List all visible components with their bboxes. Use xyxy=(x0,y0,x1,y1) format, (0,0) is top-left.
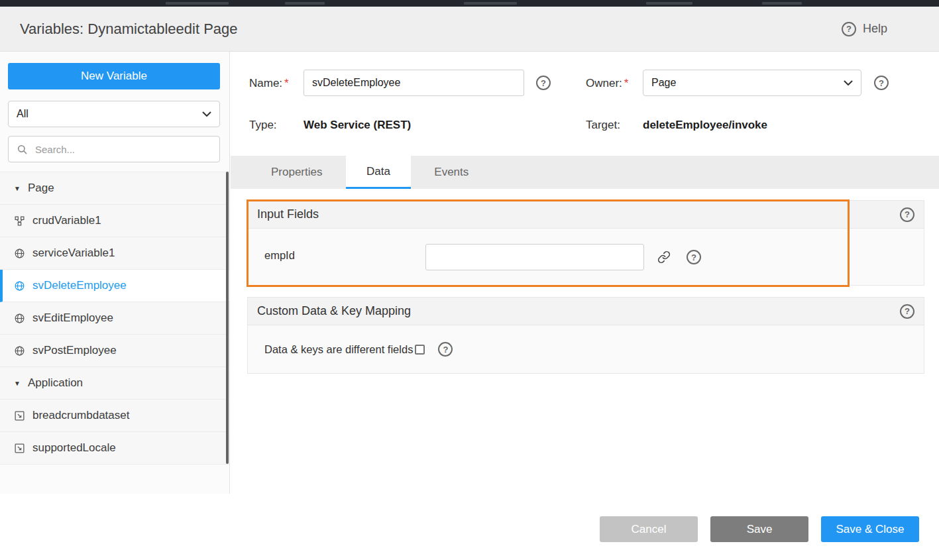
different-fields-label: Data & keys are different fields xyxy=(264,343,413,356)
help-button[interactable]: ? Help xyxy=(842,7,887,51)
page-title: Variables: Dynamictableedit Page xyxy=(20,7,238,51)
custom-mapping-header: Custom Data & Key Mapping ? xyxy=(248,298,924,325)
sidebar-group-label: Page xyxy=(28,182,54,195)
collapse-caret-icon: ▼ xyxy=(14,185,21,192)
empid-input[interactable] xyxy=(425,244,644,270)
help-icon: ? xyxy=(842,22,856,36)
sidebar-group-page[interactable]: ▼ Page xyxy=(0,172,229,205)
dataset-variable-icon xyxy=(14,410,25,421)
input-fields-header: Input Fields ? xyxy=(248,201,924,229)
search-icon xyxy=(17,144,28,155)
tab-bar: Properties Data Events xyxy=(231,156,939,189)
chevron-down-icon xyxy=(844,80,853,85)
new-variable-button[interactable]: New Variable xyxy=(8,63,220,89)
variables-sidebar: New Variable All ▼ Page crudVariable1 xyxy=(0,52,230,494)
empid-label: empId xyxy=(264,249,295,262)
sidebar-item-label: crudVariable1 xyxy=(32,214,101,227)
dataset-variable-icon xyxy=(14,443,25,454)
sidebar-item-sveditemployee[interactable]: svEditEmployee xyxy=(0,302,229,335)
sidebar-item-label: svPostEmployee xyxy=(32,344,117,357)
custom-mapping-section: Custom Data & Key Mapping ? Data & keys … xyxy=(247,297,924,374)
name-label-text: Name: xyxy=(249,77,282,89)
bind-link-icon[interactable] xyxy=(657,251,671,264)
type-value: Web Service (REST) xyxy=(304,119,411,132)
sidebar-item-servicevariable1[interactable]: serviceVariable1 xyxy=(0,237,229,270)
help-label: Help xyxy=(863,22,887,36)
target-value: deleteEmployee/invoke xyxy=(643,119,767,132)
sidebar-scrollbar[interactable] xyxy=(226,172,229,464)
owner-select-value: Page xyxy=(651,77,676,89)
sidebar-item-svdeleteemployee[interactable]: svDeleteEmployee xyxy=(0,270,229,302)
name-input[interactable] xyxy=(304,70,524,96)
name-help-icon[interactable]: ? xyxy=(536,76,551,90)
sidebar-item-crudvariable1[interactable]: crudVariable1 xyxy=(0,205,229,237)
search-input[interactable] xyxy=(34,143,211,156)
custom-mapping-title: Custom Data & Key Mapping xyxy=(257,304,411,318)
input-fields-help-icon[interactable]: ? xyxy=(900,207,914,222)
input-fields-title: Input Fields xyxy=(257,207,319,221)
type-label: Type: xyxy=(249,119,277,132)
save-and-close-button[interactable]: Save & Close xyxy=(821,516,919,542)
data-tab-content: Input Fields ? empId ? Custom Data & Key… xyxy=(231,189,939,560)
owner-help-icon[interactable]: ? xyxy=(874,76,889,90)
different-fields-help-icon[interactable]: ? xyxy=(438,342,453,357)
owner-label: Owner:* xyxy=(586,77,628,90)
save-button[interactable]: Save xyxy=(710,516,808,542)
dialog-footer: Cancel Save Save & Close xyxy=(600,516,919,542)
owner-select[interactable]: Page xyxy=(643,70,861,96)
cancel-button[interactable]: Cancel xyxy=(600,516,698,542)
service-variable-icon xyxy=(14,313,25,324)
tab-properties[interactable]: Properties xyxy=(250,156,343,189)
service-variable-icon xyxy=(14,248,25,259)
tab-events[interactable]: Events xyxy=(414,156,489,189)
sidebar-item-label: svDeleteEmployee xyxy=(32,279,127,292)
tab-data[interactable]: Data xyxy=(346,156,411,189)
dialog-header: Variables: Dynamictableedit Page ? Help xyxy=(0,7,939,52)
different-fields-checkbox[interactable] xyxy=(415,345,425,355)
sidebar-item-label: breadcrumbdataset xyxy=(32,409,129,422)
custom-mapping-help-icon[interactable]: ? xyxy=(900,304,914,319)
input-fields-section: Input Fields ? empId ? xyxy=(247,200,924,286)
variable-detail-panel: Name:* ? Owner:* Page ? Type: Web Servic… xyxy=(231,52,939,560)
custom-mapping-body: Data & keys are different fields ? xyxy=(248,325,924,373)
background-fragment xyxy=(646,2,692,5)
name-label: Name:* xyxy=(249,77,289,90)
sidebar-item-label: svEditEmployee xyxy=(32,311,113,325)
empid-help-icon[interactable]: ? xyxy=(687,250,701,264)
background-fragment xyxy=(464,2,517,5)
search-box xyxy=(8,136,220,162)
input-fields-body: empId ? xyxy=(248,229,924,285)
required-marker: * xyxy=(284,77,289,89)
sidebar-item-svpostemployee[interactable]: svPostEmployee xyxy=(0,335,229,367)
sidebar-item-breadcrumbdataset[interactable]: breadcrumbdataset xyxy=(0,400,229,432)
service-variable-icon xyxy=(14,280,25,292)
variable-list: ▼ Page crudVariable1 serviceVariable1 sv… xyxy=(0,172,229,465)
sidebar-group-application[interactable]: ▼ Application xyxy=(0,367,229,400)
sidebar-item-supportedlocale[interactable]: supportedLocale xyxy=(0,432,229,465)
background-fragment xyxy=(762,2,802,5)
variable-filter-select[interactable]: All xyxy=(8,101,220,127)
crud-variable-icon xyxy=(14,215,25,227)
sidebar-group-label: Application xyxy=(28,376,83,390)
background-fragment xyxy=(166,2,229,5)
background-fragment xyxy=(285,2,325,5)
collapse-caret-icon: ▼ xyxy=(14,380,21,387)
sidebar-item-label: supportedLocale xyxy=(32,441,116,455)
owner-label-text: Owner: xyxy=(586,77,622,89)
chevron-down-icon xyxy=(202,111,211,117)
target-label: Target: xyxy=(586,119,620,132)
background-app-strip xyxy=(0,0,939,7)
filter-select-value: All xyxy=(17,108,28,120)
required-marker: * xyxy=(624,77,629,89)
sidebar-item-label: serviceVariable1 xyxy=(32,247,115,260)
service-variable-icon xyxy=(14,345,25,357)
